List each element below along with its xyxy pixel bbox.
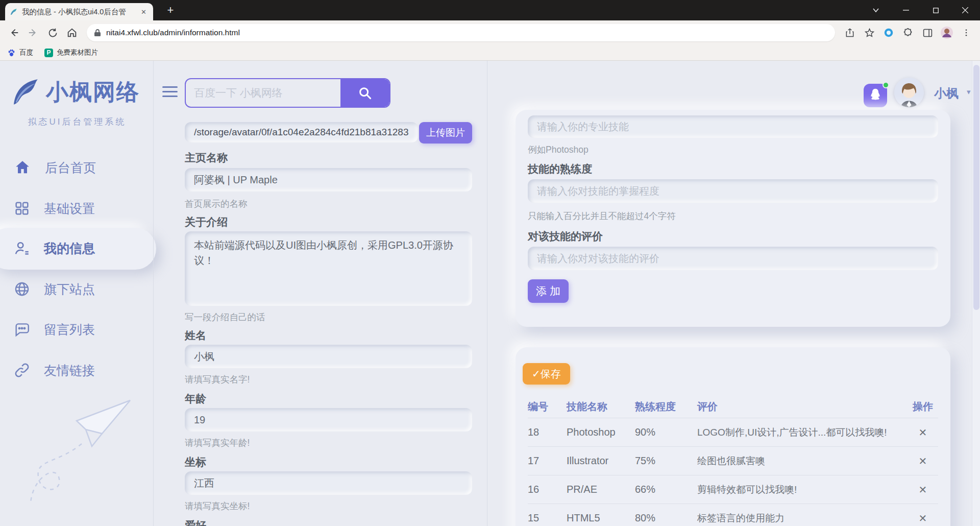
bookmarks-bar: 百度 P 免费素材图片 xyxy=(0,45,980,61)
delete-row-icon[interactable]: ✕ xyxy=(908,455,938,467)
cell-comment: LOGO制作,UI设计,广告设计...都可以找我噢! xyxy=(697,426,908,439)
hobby-label: 爱好 xyxy=(185,518,206,526)
browser-menu-icon[interactable] xyxy=(958,24,975,41)
baidu-paw-icon xyxy=(7,49,16,57)
address-bar[interactable]: nitai4.xfwl.club/admin/information.html xyxy=(87,24,835,41)
cell-name: Illustrator xyxy=(567,455,635,467)
bookmark-pexels[interactable]: P 免费素材图片 xyxy=(44,48,98,57)
bookmark-star-icon[interactable] xyxy=(861,24,878,41)
sidebar-item-messages[interactable]: 留言列表 xyxy=(0,316,153,343)
column-divider xyxy=(487,61,487,526)
avatar-path-input[interactable] xyxy=(185,122,418,142)
skill-comment-input[interactable] xyxy=(528,247,938,270)
sidebar-divider xyxy=(153,61,154,526)
add-skill-card: 例如Photoshop 技能的熟练度 只能输入百分比并且不能超过4个字符 对该技… xyxy=(516,110,950,327)
sidebar-item-label: 我的信息 xyxy=(44,240,95,257)
age-label: 年龄 xyxy=(185,392,206,406)
cell-level: 90% xyxy=(635,426,697,438)
bookmark-baidu[interactable]: 百度 xyxy=(7,48,33,57)
sidebar-item-settings[interactable]: 基础设置 xyxy=(0,195,153,222)
cell-name: Photoshop xyxy=(567,426,635,438)
delete-row-icon[interactable]: ✕ xyxy=(908,512,938,524)
skill-comment-label: 对该技能的评价 xyxy=(528,229,603,244)
logo[interactable]: 小枫网络 xyxy=(8,75,140,109)
reload-icon[interactable] xyxy=(44,24,61,41)
browser-toolbar: nitai4.xfwl.club/admin/information.html xyxy=(0,20,980,45)
about-textarea[interactable]: 本站前端源代码以及UI图由小枫原创，采用GPL3.0开源协议！ xyxy=(185,231,472,306)
pexels-icon: P xyxy=(44,49,53,57)
window-minimize-button[interactable] xyxy=(891,0,921,20)
home-name-input[interactable] xyxy=(185,168,472,192)
table-header: 编号 技能名称 熟练程度 评价 操作 xyxy=(528,396,938,418)
scrollbar-thumb[interactable] xyxy=(973,65,979,310)
cell-id: 17 xyxy=(528,455,567,467)
cell-id: 15 xyxy=(528,512,567,524)
sidebar-item-label: 旗下站点 xyxy=(44,281,95,298)
sidebar-item-sites[interactable]: 旗下站点 xyxy=(0,276,153,302)
skill-level-hint: 只能输入百分比并且不能超过4个字符 xyxy=(528,210,676,222)
name-input[interactable] xyxy=(185,345,472,368)
extensions-puzzle-icon[interactable] xyxy=(899,24,917,41)
col-id: 编号 xyxy=(528,400,567,414)
delete-row-icon[interactable]: ✕ xyxy=(908,426,938,439)
skill-name-hint: 例如Photoshop xyxy=(528,144,589,156)
lock-icon xyxy=(94,29,101,37)
col-level: 熟练程度 xyxy=(635,400,697,414)
bookmark-label: 百度 xyxy=(19,48,33,57)
tab-search-caret-icon[interactable] xyxy=(867,0,885,20)
browser-tab[interactable]: 我的信息 - 小枫拟态ui4.0后台管 ✕ xyxy=(5,3,153,20)
upload-image-button[interactable]: 上传图片 xyxy=(419,122,472,144)
cell-id: 18 xyxy=(528,426,567,438)
skills-panel: 例如Photoshop 技能的熟练度 只能输入百分比并且不能超过4个字符 对该技… xyxy=(516,61,950,526)
add-skill-button[interactable]: 添 加 xyxy=(528,279,569,303)
tab-close-icon[interactable]: ✕ xyxy=(138,7,149,17)
menu-toggle-icon[interactable] xyxy=(162,86,178,100)
admin-page: 小枫网络 拟态UI后台管理系统 后台首页 基础设置 我的信息 xyxy=(0,61,980,526)
col-actions: 操作 xyxy=(908,400,938,414)
logo-subtitle: 拟态UI后台管理系统 xyxy=(13,116,141,128)
sidebar-item-dashboard[interactable]: 后台首页 xyxy=(0,154,153,181)
col-skill-name: 技能名称 xyxy=(567,400,635,414)
back-icon[interactable] xyxy=(5,24,22,41)
new-tab-button[interactable]: + xyxy=(162,3,179,18)
page-scrollbar[interactable] xyxy=(972,61,980,526)
age-hint: 请填写真实年龄! xyxy=(185,437,250,449)
name-hint: 请填写真实名字! xyxy=(185,373,250,386)
logo-title: 小枫网络 xyxy=(46,77,140,107)
sidebar-item-my-info[interactable]: 我的信息 xyxy=(0,235,153,261)
cell-level: 66% xyxy=(635,484,697,495)
location-label: 坐标 xyxy=(185,455,206,469)
save-button[interactable]: ✓保存 xyxy=(523,363,570,385)
cell-level: 80% xyxy=(635,512,697,524)
cell-name: PR/AE xyxy=(567,484,635,495)
home-icon xyxy=(13,158,32,177)
about-label: 关于介绍 xyxy=(185,215,228,229)
share-icon[interactable] xyxy=(841,24,859,41)
logo-feather-icon xyxy=(8,75,42,109)
cell-level: 75% xyxy=(635,455,697,467)
skill-level-input[interactable] xyxy=(528,179,938,203)
location-input[interactable] xyxy=(185,471,472,495)
home-name-hint: 首页展示的名称 xyxy=(185,198,248,210)
window-close-button[interactable] xyxy=(950,0,980,20)
extension-badge-icon[interactable] xyxy=(880,24,897,41)
home-name-label: 主页名称 xyxy=(185,151,228,165)
user-icon xyxy=(13,240,31,257)
home-icon[interactable] xyxy=(63,24,81,41)
sidebar: 小枫网络 拟态UI后台管理系统 后台首页 基础设置 我的信息 xyxy=(0,61,153,526)
user-menu-caret-icon[interactable]: ▾ xyxy=(967,87,971,97)
window-maximize-button[interactable] xyxy=(921,0,950,20)
browser-tab-strip: 我的信息 - 小枫拟态ui4.0后台管 ✕ + xyxy=(0,0,980,20)
url-text: nitai4.xfwl.club/admin/information.html xyxy=(106,28,240,37)
side-panel-icon[interactable] xyxy=(919,24,936,41)
profile-avatar[interactable] xyxy=(938,24,955,41)
cell-comment: 剪辑特效都可以找我噢! xyxy=(697,483,908,496)
skill-level-label: 技能的熟练度 xyxy=(528,162,592,176)
globe-icon xyxy=(13,280,31,298)
age-input[interactable] xyxy=(185,408,472,432)
forward-icon[interactable] xyxy=(24,24,42,41)
table-row: 15 HTML5 80% 标签语言的使用能力 ✕ xyxy=(528,504,938,526)
delete-row-icon[interactable]: ✕ xyxy=(908,484,938,496)
skill-name-input[interactable] xyxy=(528,115,938,138)
cell-comment: 绘图也很腻害噢 xyxy=(697,455,908,468)
